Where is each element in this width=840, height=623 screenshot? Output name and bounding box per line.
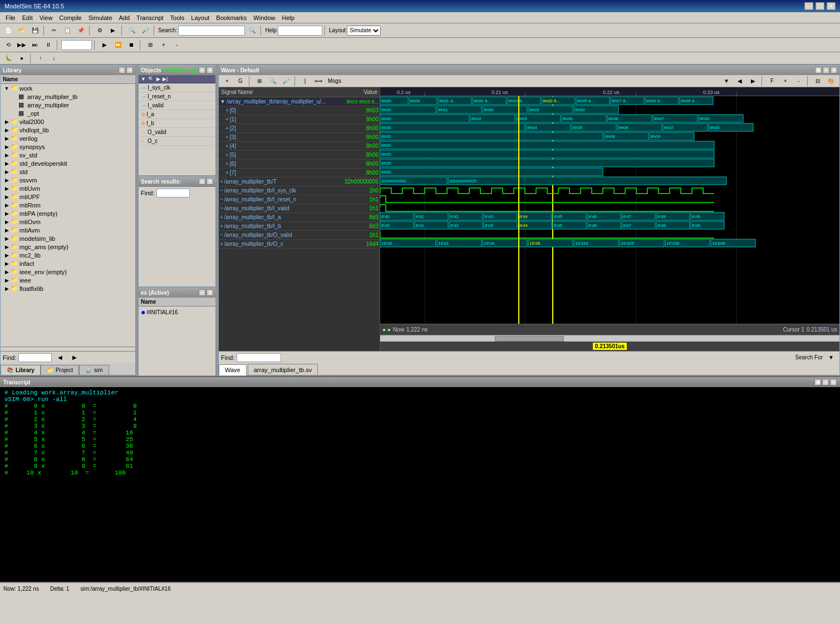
search-go-btn[interactable]: 🔍 bbox=[246, 25, 258, 36]
menu-edit[interactable]: Edit bbox=[19, 13, 36, 22]
sig-2[interactable]: + [2] 8h00 bbox=[219, 124, 380, 133]
sig-group-expand[interactable]: ▼ bbox=[220, 98, 225, 105]
sig-5[interactable]: + [5] 8h00 bbox=[219, 151, 380, 160]
wave-tb-zoom-out[interactable]: 🔎 bbox=[280, 76, 292, 87]
sim-initial[interactable]: ● #INITIAL#16 bbox=[139, 306, 215, 318]
tree-svstd[interactable]: ▶ 📁 sv_std bbox=[3, 151, 135, 159]
wave-delete[interactable]: ↓ bbox=[48, 53, 60, 64]
wave-tb-measure[interactable]: ⟺ bbox=[312, 76, 325, 87]
tree-toggle-modelsim[interactable]: ▶ bbox=[3, 236, 11, 241]
menu-layout[interactable]: Layout bbox=[188, 13, 213, 22]
wave-find-input[interactable] bbox=[237, 353, 281, 362]
tree-toggle-mc2[interactable]: ▶ bbox=[3, 253, 11, 258]
tree-toggle-vital[interactable]: ▶ bbox=[3, 119, 11, 125]
compile-btn[interactable]: ⚙ bbox=[94, 25, 106, 36]
wave-zoom-full[interactable]: ⊞ bbox=[144, 39, 156, 51]
tree-toggle-mtirnm[interactable]: ▶ bbox=[3, 202, 11, 208]
tree-mtiuvm[interactable]: ▶ 📁 mtiUvm bbox=[3, 184, 135, 192]
transcript-close-btn[interactable]: ✕ bbox=[830, 379, 837, 385]
obj-ib[interactable]: ⊕ I_b bbox=[139, 119, 215, 128]
tree-toggle-ieeeenv[interactable]: ▶ bbox=[3, 269, 11, 275]
break-btn[interactable]: ⏸ bbox=[42, 39, 55, 51]
tree-toggle-stddev[interactable]: ▶ bbox=[3, 161, 11, 166]
zoom-in-btn[interactable]: 🔍 bbox=[126, 25, 138, 36]
tree-mtiupf[interactable]: ▶ 📁 mtiUPF bbox=[3, 192, 135, 201]
wave-insert[interactable]: ↑ bbox=[35, 53, 47, 64]
transcript-title-btns[interactable]: ⊞ + ✕ bbox=[814, 379, 837, 385]
wave-zoom-out[interactable]: - bbox=[171, 39, 183, 51]
lib-find-input[interactable] bbox=[18, 353, 52, 362]
wave-undock-btn[interactable]: ⊞ bbox=[815, 67, 822, 73]
menu-window[interactable]: Window bbox=[250, 13, 278, 22]
bp-btn[interactable]: ● bbox=[16, 53, 28, 64]
menu-bookmarks[interactable]: Bookmarks bbox=[213, 13, 250, 22]
sim-header-btns[interactable]: + ✕ bbox=[199, 289, 213, 296]
tree-toggle-mtiupf[interactable]: ▶ bbox=[3, 194, 11, 200]
title-bar-controls[interactable]: — ☐ ✕ bbox=[804, 2, 836, 10]
tree-toggle-std[interactable]: ▶ bbox=[3, 169, 11, 175]
sig-ib[interactable]: + /array_multiplier_tb/I_b 8d3 bbox=[219, 222, 380, 231]
wave-tb-next[interactable]: ▶ bbox=[747, 76, 759, 87]
help-input[interactable] bbox=[278, 26, 322, 36]
sig-T[interactable]: + /array_multiplier_tb/T 32h00000005 bbox=[219, 177, 380, 186]
tree-array-mult[interactable]: ▦ array_multiplier bbox=[3, 101, 135, 109]
sig-0[interactable]: + [0] 8h03 bbox=[219, 106, 380, 115]
tree-mc2[interactable]: ▶ 📁 mc2_lib bbox=[3, 251, 135, 259]
tab-library[interactable]: 📚 Library bbox=[1, 365, 41, 375]
run-time-btn[interactable]: ▶ bbox=[99, 39, 111, 51]
new-btn[interactable]: 📄 bbox=[2, 25, 14, 36]
lib-find-prev[interactable]: ◀ bbox=[54, 352, 66, 363]
objects-close-btn[interactable]: ✕ bbox=[207, 67, 213, 73]
obj-ovalid[interactable]: ← O_valid bbox=[139, 128, 215, 137]
tree-vhdlopt[interactable]: ▶ 📁 vhdlopt_lib bbox=[3, 126, 135, 134]
search-add-btn[interactable]: + bbox=[199, 178, 205, 185]
tree-stddev[interactable]: ▶ 📁 std_developerskit bbox=[3, 159, 135, 167]
wave-tb-color[interactable]: 🎨 bbox=[825, 76, 837, 87]
tree-modelsim[interactable]: ▶ 📁 modelsim_lib bbox=[3, 234, 135, 243]
wave-tb-add[interactable]: + bbox=[221, 76, 233, 87]
objects-add-btn[interactable]: + bbox=[199, 67, 205, 73]
continue-btn[interactable]: ⏩ bbox=[112, 39, 124, 51]
library-close-btn[interactable]: ✕ bbox=[126, 67, 133, 73]
open-btn[interactable]: 📂 bbox=[16, 25, 28, 36]
sig-oc[interactable]: + /array_multiplier_tb/O_c 16d4 bbox=[219, 240, 380, 249]
tree-toggle-work[interactable]: ▼ bbox=[3, 86, 11, 91]
search-find-input[interactable] bbox=[156, 189, 190, 197]
wave-tb-zoom-in[interactable]: 🔍 bbox=[267, 76, 279, 87]
library-header-btns[interactable]: + ✕ bbox=[119, 67, 133, 73]
wave-tb-cursor[interactable]: | bbox=[299, 76, 311, 87]
search-header-btns[interactable]: + ✕ bbox=[199, 178, 213, 185]
tab-wave[interactable]: Wave bbox=[219, 364, 247, 375]
wave-tb-zoom-fit[interactable]: F bbox=[766, 76, 778, 87]
sim-close-btn[interactable]: ✕ bbox=[207, 289, 213, 296]
restart-btn[interactable]: ⟲ bbox=[2, 39, 14, 51]
wave-zoom-in[interactable]: + bbox=[158, 39, 170, 51]
tree-osvvm[interactable]: ▶ 📁 osvvm bbox=[3, 176, 135, 184]
tree-opt[interactable]: ▦ _opt bbox=[3, 109, 135, 117]
menu-help[interactable]: Help bbox=[278, 13, 298, 22]
close-btn[interactable]: ✕ bbox=[827, 2, 836, 10]
tree-toggle-infact[interactable]: ▶ bbox=[3, 261, 11, 266]
wave-search-dropdown[interactable]: ▼ bbox=[825, 352, 837, 363]
library-add-btn[interactable]: + bbox=[119, 67, 125, 73]
tree-mtiavm[interactable]: ▶ 📁 mtiAvm bbox=[3, 226, 135, 234]
tree-toggle-ver[interactable]: ▶ bbox=[3, 136, 11, 141]
tree-toggle-osvvm[interactable]: ▶ bbox=[3, 177, 11, 183]
tree-mtirnm[interactable]: ▶ 📁 mtiRnm bbox=[3, 201, 135, 209]
obj-reset[interactable]: → I_reset_n bbox=[139, 92, 215, 101]
tree-toggle-mtiuvm[interactable]: ▶ bbox=[3, 186, 11, 191]
cursor-line[interactable] bbox=[518, 96, 519, 324]
menu-add[interactable]: Add bbox=[116, 13, 134, 22]
wave-header-btns[interactable]: ⊞ + ✕ bbox=[815, 67, 837, 73]
tab-sim[interactable]: 🔬 sim bbox=[79, 365, 109, 375]
simulate-btn[interactable]: ▶ bbox=[107, 25, 119, 36]
zoom-out-btn[interactable]: 🔎 bbox=[139, 25, 151, 36]
sig-resetn[interactable]: ~ /array_multiplier_tb/I_reset_n 1h1 bbox=[219, 195, 380, 204]
tree-toggle-vhdl[interactable]: ▶ bbox=[3, 127, 11, 133]
search-input[interactable] bbox=[178, 26, 245, 36]
lib-find-next[interactable]: ▶ bbox=[68, 352, 81, 363]
step-btn[interactable]: ⏭ bbox=[29, 39, 41, 51]
obj-valid[interactable]: → I_valid bbox=[139, 101, 215, 110]
tree-std[interactable]: ▶ 📁 std bbox=[3, 167, 135, 176]
menu-view[interactable]: View bbox=[36, 13, 56, 22]
